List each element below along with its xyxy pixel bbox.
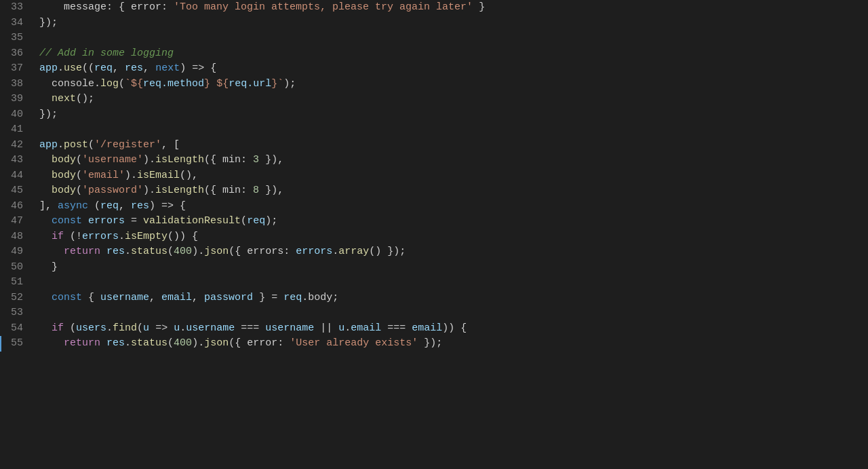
token-plain: console. xyxy=(39,78,100,90)
line-number: 52 xyxy=(0,290,34,306)
token-method: body xyxy=(52,154,76,166)
token-str: } xyxy=(271,78,277,90)
code-lines: 33 message: { error: 'Too many login att… xyxy=(0,0,868,352)
token-plain: , xyxy=(143,62,155,74)
line-content: if (users.find(u => u.username === usern… xyxy=(34,321,868,337)
token-kw: const xyxy=(52,215,82,227)
token-plain: ). xyxy=(192,337,204,349)
token-kw-control: if xyxy=(52,322,64,334)
token-plain: === xyxy=(235,322,265,334)
code-line: 44 body('email').isEmail(), xyxy=(0,168,868,184)
token-param: req xyxy=(94,62,113,74)
token-plain: . xyxy=(344,322,351,334)
token-plain: . xyxy=(58,139,64,151)
code-line: 48 if (!errors.isEmpty()) { xyxy=(0,229,868,245)
token-plain: . xyxy=(125,246,131,257)
code-line: 42app.post('/register', [ xyxy=(0,138,868,153)
code-editor: 33 message: { error: 'Too many login att… xyxy=(0,0,868,469)
token-plain: }), xyxy=(259,154,283,166)
token-plain: } xyxy=(39,261,58,273)
token-num: 8 xyxy=(253,185,259,196)
token-plain xyxy=(39,246,64,257)
token-kw-control: return xyxy=(64,246,100,257)
code-line: 43 body('username').isLength({ min: 3 })… xyxy=(0,153,868,168)
token-plain: , xyxy=(149,292,161,303)
token-plain: , [ xyxy=(161,139,180,151)
token-str: ${ xyxy=(216,78,229,90)
line-content: app.post('/register', [ xyxy=(34,138,868,153)
token-num: 400 xyxy=(174,337,192,349)
token-kw: async xyxy=(58,200,88,212)
token-kw: const xyxy=(52,292,82,303)
token-plain xyxy=(39,322,52,334)
code-line: 54 if (users.find(u => u.username === us… xyxy=(0,321,868,337)
code-line: 50 } xyxy=(0,260,868,276)
token-plain: ( xyxy=(64,322,76,334)
token-plain: (), xyxy=(180,170,198,181)
token-str: 'User already exists' xyxy=(290,337,418,349)
line-number: 38 xyxy=(0,77,34,92)
token-method: isEmpty xyxy=(125,231,167,242)
token-plain: ( xyxy=(88,200,100,212)
token-plain xyxy=(39,292,52,303)
line-number: 53 xyxy=(0,305,34,321)
code-line: 47 const errors = validationResult(req); xyxy=(0,214,868,229)
token-method: isLength xyxy=(155,154,204,166)
line-content: return res.status(400).json({ error: 'Us… xyxy=(34,336,868,352)
token-plain: (); xyxy=(76,93,94,105)
code-line: 52 const { username, email, password } =… xyxy=(0,290,868,306)
token-var: errors xyxy=(296,246,332,257)
token-plain: } = xyxy=(253,292,283,303)
token-plain: (! xyxy=(64,231,82,242)
token-plain: ({ error: xyxy=(229,337,290,349)
line-content: }); xyxy=(34,16,868,31)
token-param: u xyxy=(174,322,180,334)
token-plain xyxy=(39,337,64,349)
line-number: 48 xyxy=(0,229,34,245)
line-number: 55 xyxy=(0,336,34,352)
token-plain xyxy=(82,215,88,227)
token-param: res xyxy=(106,337,125,349)
token-method: log xyxy=(100,78,119,90)
code-line: 41 xyxy=(0,122,868,138)
token-plain xyxy=(100,337,106,349)
token-var: email xyxy=(412,322,442,334)
code-line: 35 xyxy=(0,31,868,46)
token-str: '/register' xyxy=(94,139,161,151)
line-number: 51 xyxy=(0,275,34,290)
token-plain: ). xyxy=(143,154,155,166)
token-plain: , xyxy=(113,62,125,74)
token-method: next xyxy=(52,93,76,105)
token-kw-control: if xyxy=(52,231,64,242)
token-plain: ). xyxy=(192,246,204,257)
token-plain: . xyxy=(180,322,186,334)
code-line: 51 xyxy=(0,275,868,290)
token-var: errors xyxy=(88,215,125,227)
token-param: u xyxy=(338,322,344,334)
token-app: app xyxy=(39,139,58,151)
line-number: 41 xyxy=(0,122,34,138)
line-number: 42 xyxy=(0,138,34,153)
line-number: 37 xyxy=(0,61,34,77)
token-plain: ({ min: xyxy=(204,185,253,196)
code-line: 55 return res.status(400).json({ error: … xyxy=(0,336,868,352)
token-plain: => xyxy=(149,322,174,334)
token-param: req xyxy=(247,215,265,227)
line-content: if (!errors.isEmpty()) { xyxy=(34,229,868,245)
code-line: 34}); xyxy=(0,16,868,31)
line-number: 54 xyxy=(0,321,34,337)
token-plain: ()) { xyxy=(167,231,198,242)
token-plain: ). xyxy=(143,185,155,196)
token-str: ` xyxy=(125,78,131,90)
token-plain xyxy=(39,231,52,242)
token-param: res xyxy=(125,62,143,74)
token-plain xyxy=(39,154,52,166)
line-number: 50 xyxy=(0,260,34,276)
line-content xyxy=(34,122,868,138)
token-var: users xyxy=(76,322,106,334)
token-method: isLength xyxy=(155,185,204,196)
line-content: }); xyxy=(34,107,868,123)
token-plain: }); xyxy=(39,17,58,29)
token-plain: ). xyxy=(125,170,137,181)
token-prop: username xyxy=(186,322,235,334)
